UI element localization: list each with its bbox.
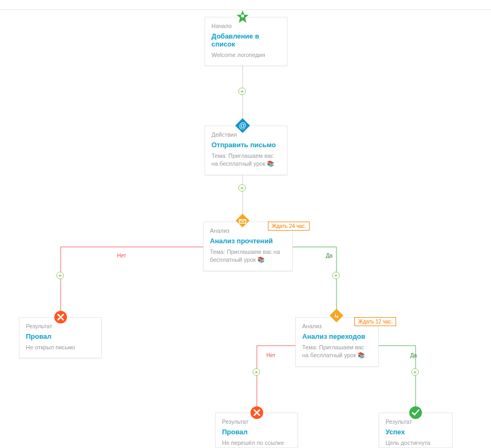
svg-marker-3: [236, 214, 249, 227]
at-icon: @: [235, 118, 251, 134]
fail-icon: [249, 405, 265, 421]
success-icon: [408, 405, 423, 421]
node-title: Успех: [386, 428, 446, 436]
add-step-button[interactable]: +: [253, 368, 260, 376]
node-title: Провал: [26, 332, 95, 340]
branch-label-no: Нет: [266, 352, 275, 358]
svg-point-0: [241, 14, 244, 17]
node-subtitle: Цель достигнута: [386, 439, 446, 447]
node-subtitle: Не перешёл по ссылке: [222, 439, 291, 447]
add-step-button[interactable]: +: [238, 88, 246, 95]
star-icon: [235, 9, 251, 25]
add-step-button[interactable]: +: [56, 272, 64, 279]
node-title: Анализ переходов: [302, 332, 372, 340]
node-subtitle: Welcome логопедия: [211, 51, 281, 59]
branch-label-yes: Да: [326, 253, 332, 259]
branch-label-no: Нет: [117, 253, 126, 259]
mail-open-icon: [235, 213, 251, 228]
click-icon: [329, 308, 344, 323]
node-title: Отправить письмо: [211, 141, 281, 149]
add-step-button[interactable]: +: [332, 272, 340, 279]
node-subtitle: Тема: Приглашаем вас на бесплатный урок …: [210, 248, 286, 264]
branch-label-yes: Да: [410, 352, 417, 358]
node-title: Добавление в список: [211, 32, 281, 48]
wait-badge: Ждать 24 час.: [268, 222, 310, 231]
add-step-button[interactable]: +: [411, 368, 419, 376]
node-subtitle: Тема: Приглашаем вас на бесплатный урок …: [302, 344, 372, 360]
fail-icon: [53, 309, 69, 325]
node-subtitle: Тема: Приглашаем вас на бесплатный урок …: [211, 152, 281, 168]
node-subtitle: Не открыл письмо: [26, 344, 95, 351]
wait-badge: Ждать 12 час.: [354, 317, 396, 326]
svg-text:@: @: [239, 121, 246, 130]
add-step-button[interactable]: +: [238, 184, 246, 192]
svg-marker-5: [330, 309, 343, 322]
node-title: Провал: [222, 428, 291, 436]
node-title: Анализ прочтений: [210, 237, 286, 245]
